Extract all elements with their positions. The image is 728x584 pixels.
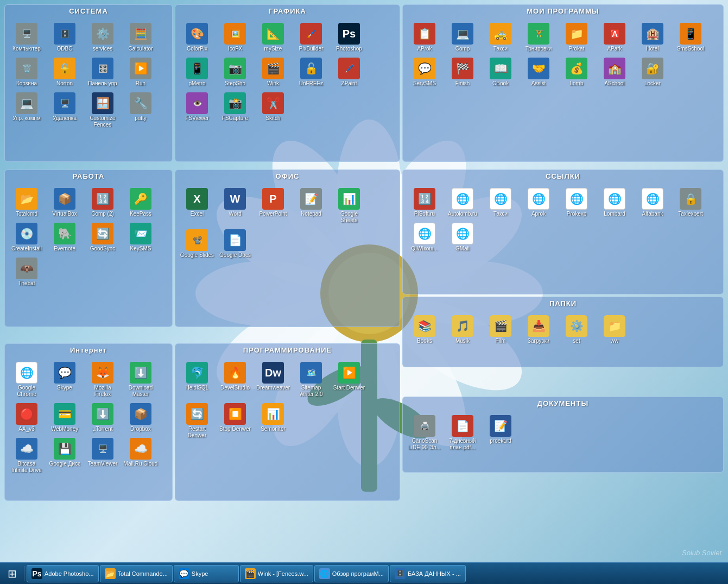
icon-item[interactable]: 🌐Google Chrome (8, 360, 45, 400)
icon-item[interactable]: 📦VirtualBox (46, 186, 83, 219)
icon-item[interactable]: PsPhotoshop (331, 21, 368, 54)
icon-item[interactable]: 📱SmsSchool (672, 21, 709, 54)
icon-item[interactable]: 📦Dropbox (122, 401, 159, 435)
icon-item[interactable]: 📸FSCapture (217, 90, 254, 124)
icon-item[interactable]: ☁️Mail.Ru Cloud (122, 436, 159, 476)
icon-item[interactable]: 🔄GoodSync (84, 221, 121, 254)
icon-item[interactable]: 🌐QIWIкош... (406, 221, 443, 254)
icon-item[interactable]: XExcel (179, 186, 216, 226)
icon-item[interactable]: 🧮Calculator (122, 21, 159, 54)
taskbar-btn-4[interactable]: 🌐Обзор програмМ... (314, 565, 389, 582)
icon-item[interactable]: 🗺️Sitemap Writer 2.0 (293, 360, 330, 400)
icon-item[interactable]: 🔧putty (122, 90, 159, 130)
icon-item[interactable]: 📄Google Docs (217, 227, 254, 261)
taskbar-btn-1[interactable]: 📂Total Commande... (100, 565, 173, 582)
icon-item[interactable]: ⏹️Stop Denwer (217, 401, 254, 441)
icon-item[interactable]: DwDreamweaver (255, 360, 292, 400)
icon-item[interactable]: 📝proekt.rtf (482, 413, 519, 453)
icon-item[interactable]: ✂️Skitch (255, 90, 292, 124)
icon-item[interactable]: 🗑️Корзина (8, 55, 45, 89)
icon-item[interactable]: 🌐Такси (482, 186, 519, 219)
icon-item[interactable]: 🌐Lombard (596, 186, 633, 219)
icon-item[interactable]: 🎵Musik (444, 313, 481, 347)
icon-item[interactable]: 📁ww (596, 313, 633, 347)
icon-item[interactable]: 💻Comp (444, 21, 481, 54)
icon-item[interactable]: 📊Google Sheets (331, 186, 368, 226)
icon-item[interactable]: 🖥️Удаленка (46, 90, 83, 130)
icon-item[interactable]: 🏫ASchool (596, 55, 633, 89)
icon-item[interactable]: 💿CreateInstall (8, 221, 45, 254)
icon-item[interactable]: 🌐GMail (444, 221, 481, 254)
icon-item[interactable]: 💰Lomb (558, 55, 595, 89)
icon-item[interactable]: 👁️FSViewer (179, 90, 216, 124)
icon-item[interactable]: 🌐Prokexp (558, 186, 595, 219)
icon-item[interactable]: ⬇️Download Master (122, 360, 159, 400)
icon-item[interactable]: 🖥️TeamViewer (84, 436, 121, 476)
icon-item[interactable]: 📐mySize (255, 21, 292, 54)
icon-item[interactable]: 📚Books (406, 313, 443, 347)
icon-item[interactable]: 🐬HeidiSQL (179, 360, 216, 400)
icon-item[interactable]: 🌐Aprok (520, 186, 557, 219)
icon-item[interactable]: 🤝Assist (520, 55, 557, 89)
taskbar-btn-2[interactable]: 💬Skype (174, 565, 239, 582)
icon-item[interactable]: 🔒Taxiexpert (672, 186, 709, 219)
icon-item[interactable]: 📨KeySMS (122, 221, 159, 254)
icon-item[interactable]: 🪟Customize Fences (84, 90, 121, 130)
icon-item[interactable]: 💻Упр. компм (8, 90, 45, 130)
icon-item[interactable]: 📷StepSho (217, 55, 254, 89)
icon-item[interactable]: 🌐Autolomb.ru (444, 186, 481, 219)
icon-item[interactable]: 🎬Wink (255, 55, 292, 89)
icon-item[interactable]: 📽️Google Slides (179, 227, 216, 261)
icon-item[interactable]: 🌐Alfabank (634, 186, 671, 219)
icon-item[interactable]: 🔄Restart Denwer (179, 401, 216, 441)
icon-item[interactable]: 💾Google Диск (46, 436, 83, 476)
icon-item[interactable]: 🗄️ODBC (46, 21, 83, 54)
icon-item[interactable]: 🦊Mozilla Firefox (84, 360, 121, 400)
icon-item[interactable]: 🔓UnFREEz (293, 55, 330, 89)
icon-item[interactable]: 🏋️Трнировки (520, 21, 557, 54)
icon-item[interactable]: 📥Загрузки (520, 313, 557, 347)
icon-item[interactable]: ⚙️set (558, 313, 595, 347)
icon-item[interactable]: 📱pMetro (179, 55, 216, 89)
icon-item[interactable]: WWord (217, 186, 254, 226)
icon-item[interactable]: 🔴AA_v3 (8, 401, 45, 435)
icon-item[interactable]: 🔢Comp (2) (84, 186, 121, 219)
icon-item[interactable]: ⚙️services (84, 21, 121, 54)
icon-item[interactable]: 📄7-дневный план.pdf... (444, 413, 481, 453)
icon-item[interactable]: 🖼️IcoFX (217, 21, 254, 54)
icon-item[interactable]: 📖CBook (482, 55, 519, 89)
start-button[interactable]: ⊞ (2, 565, 22, 582)
icon-item[interactable]: ▶️Run (122, 55, 159, 89)
icon-item[interactable]: 🔢PiSoft.ru (406, 186, 443, 219)
icon-item[interactable]: 🎬Film (482, 313, 519, 347)
icon-item[interactable]: 🖨️CanoScan LiDE 90 Эл... (406, 413, 443, 453)
icon-item[interactable]: 🏁Finish (444, 55, 481, 89)
icon-item[interactable]: 🔐Locker (634, 55, 671, 89)
icon-item[interactable]: 🔑KeePass (122, 186, 159, 219)
icon-item[interactable]: 🖊️ZPaint (331, 55, 368, 89)
icon-item[interactable]: 💬ServSMS (406, 55, 443, 89)
icon-item[interactable]: PPowerPoint (255, 186, 292, 226)
taskbar-btn-5[interactable]: 🗄️БАЗА ДАННЫХ - ... (390, 565, 466, 582)
icon-item[interactable]: ▶️Start Denwer (331, 360, 368, 400)
icon-item[interactable]: 💳WebMoney (46, 401, 83, 435)
icon-item[interactable]: 💬Skype (46, 360, 83, 400)
icon-item[interactable]: 📊Semonitor (255, 401, 292, 441)
icon-item[interactable]: 🖥️Компьютер (8, 21, 45, 54)
icon-item[interactable]: 📝Notepad (293, 186, 330, 226)
icon-item[interactable]: 🅰️APark (596, 21, 633, 54)
taskbar-btn-0[interactable]: PsAdobe Photosho... (27, 565, 99, 582)
icon-item[interactable]: 📋AProk (406, 21, 443, 54)
icon-item[interactable]: 🎛️Панель упр (84, 55, 121, 89)
icon-item[interactable]: 🎨ColorPix (179, 21, 216, 54)
icon-item[interactable]: 🚕Такси (482, 21, 519, 54)
icon-item[interactable]: ⬇️µTorrent (84, 401, 121, 435)
icon-item[interactable]: 🏨Hotel (634, 21, 671, 54)
icon-item[interactable]: 📁Prokat (558, 21, 595, 54)
icon-item[interactable]: 🔒Norton (46, 55, 83, 89)
icon-item[interactable]: 🖌️PixBuilder (293, 21, 330, 54)
icon-item[interactable]: 🐘Evernote (46, 221, 83, 254)
icon-item[interactable]: ☁️Bitcasa Infinite Drive (8, 436, 45, 476)
icon-item[interactable]: 📂Totalcmd (8, 186, 45, 219)
taskbar-btn-3[interactable]: 🎬Wink - [Fences.w... (240, 565, 313, 582)
